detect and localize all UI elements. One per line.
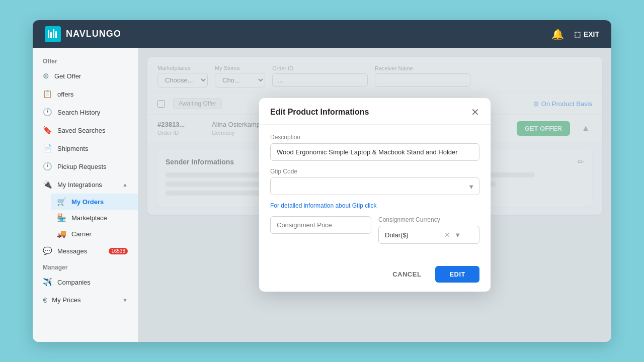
messages-badge: 16538 <box>109 248 128 254</box>
sidebar-item-saved-searches[interactable]: 🔖 Saved Searches <box>33 121 138 139</box>
description-input[interactable] <box>270 143 479 161</box>
sidebar-label-get-offer: Get Offer <box>54 72 81 80</box>
modal-footer: CANCEL EDIT <box>259 260 491 292</box>
svg-rect-1 <box>48 30 49 38</box>
messages-icon: 💬 <box>43 246 52 255</box>
sidebar-item-my-orders[interactable]: 🛒 My Orders <box>51 194 138 210</box>
svg-rect-4 <box>55 31 57 38</box>
exit-icon: ⬚ <box>574 30 581 38</box>
sidebar-item-get-offer[interactable]: ⊕ Get Offer <box>33 67 138 85</box>
sidebar-sub-integrations: 🛒 My Orders 🏪 Marketplace 🚚 Carrier <box>33 194 138 242</box>
sidebar-section-manager: Manager <box>33 260 138 273</box>
orders-icon: 🛒 <box>57 197 66 206</box>
currency-clear-button[interactable]: ✕ <box>444 231 450 239</box>
grip-code-select[interactable] <box>270 177 479 195</box>
sidebar-label-marketplace: Marketplace <box>71 214 107 222</box>
edit-confirm-button[interactable]: EDIT <box>435 266 479 283</box>
sidebar-item-my-prices[interactable]: € My Prices ▼ <box>33 291 138 309</box>
sidebar-item-companies[interactable]: ✈️ Companies <box>33 273 138 291</box>
app-header: NAVLUNGO 🔔 ⬚ EXIT <box>33 20 611 48</box>
grip-code-select-wrap: ▼ <box>270 177 479 195</box>
carrier-icon: 🚚 <box>57 229 66 238</box>
logo-icon <box>45 26 61 42</box>
modal-body: Description Gtip Code ▼ <box>259 125 491 260</box>
sidebar-label-saved-searches: Saved Searches <box>57 127 105 134</box>
sidebar-label-integrations: My Integrations <box>57 181 102 189</box>
price-currency-row: Consignment Currency Dolar($) ✕ ▼ <box>270 216 479 251</box>
notification-icon[interactable]: 🔔 <box>551 28 564 40</box>
sidebar-item-shipments[interactable]: 📄 Shipments <box>33 139 138 157</box>
currency-label: Consignment Currency <box>378 216 479 223</box>
sidebar-section-offer: Offer <box>33 54 138 67</box>
bookmark-icon: 🔖 <box>43 126 52 135</box>
app-body: Offer ⊕ Get Offer 📋 offers 🕐 Search Hist… <box>33 48 611 342</box>
offers-icon: 📋 <box>43 89 52 99</box>
sidebar-item-integrations[interactable]: 🔌 My Integrations ▲ <box>33 175 138 194</box>
sidebar-label-carrier: Carrier <box>71 230 92 238</box>
description-group: Description <box>270 134 479 161</box>
sidebar-item-my-offers[interactable]: 📋 offers <box>33 85 138 103</box>
exit-button[interactable]: ⬚ EXIT <box>574 30 599 38</box>
sidebar-label-my-offers: offers <box>57 90 73 98</box>
modal-overlay: Edit Product Informations ✕ Description … <box>138 48 611 342</box>
sidebar-item-marketplace[interactable]: 🏪 Marketplace <box>51 210 138 226</box>
main-content: Marketplaces Choose... My Stores Cho... … <box>138 48 611 342</box>
shipments-icon: 📄 <box>43 144 52 153</box>
consignment-price-input[interactable] <box>270 216 371 234</box>
currency-select-box[interactable]: Dolar($) ✕ ▼ <box>378 226 479 244</box>
sidebar-item-pickup[interactable]: 🕐 Pickup Requests <box>33 157 138 175</box>
companies-icon: ✈️ <box>43 278 52 287</box>
prices-icon: € <box>43 296 47 304</box>
sidebar-label-my-prices: My Prices <box>52 296 80 304</box>
sidebar-label-pickup: Pickup Requests <box>57 163 107 170</box>
modal-title: Edit Product Informations <box>270 108 369 117</box>
currency-value: Dolar($) <box>385 231 409 239</box>
chevron-down-icon: ▼ <box>122 297 128 303</box>
grip-hint-link[interactable]: click <box>365 202 376 209</box>
sidebar-label-companies: Companies <box>57 279 91 286</box>
description-label: Description <box>270 134 479 141</box>
sidebar-label-shipments: Shipments <box>57 145 88 152</box>
grip-code-group: Gtip Code ▼ <box>270 168 479 195</box>
add-icon: ⊕ <box>43 71 49 80</box>
modal-header: Edit Product Informations ✕ <box>259 98 491 125</box>
sidebar-item-carrier[interactable]: 🚚 Carrier <box>51 226 138 242</box>
integrations-icon: 🔌 <box>43 180 52 189</box>
sidebar: Offer ⊕ Get Offer 📋 offers 🕐 Search Hist… <box>33 48 138 342</box>
app-name: NAVLUNGO <box>66 29 121 39</box>
grip-hint: For detailed information about Gtip clic… <box>270 202 479 209</box>
sidebar-label-messages: Messages <box>57 247 87 255</box>
sidebar-item-search-history[interactable]: 🕐 Search History <box>33 103 138 121</box>
currency-chevron-icon: ▼ <box>454 231 461 239</box>
sidebar-label-search-history: Search History <box>57 109 100 116</box>
marketplace-icon: 🏪 <box>57 213 66 222</box>
sidebar-label-my-orders: My Orders <box>71 198 104 206</box>
cancel-button[interactable]: CANCEL <box>384 266 429 282</box>
sidebar-item-messages[interactable]: 💬 Messages 16538 <box>33 242 138 260</box>
consignment-currency-group: Consignment Currency Dolar($) ✕ ▼ <box>378 216 479 244</box>
modal-close-button[interactable]: ✕ <box>471 107 479 117</box>
pickup-icon: 🕐 <box>43 162 52 171</box>
grip-code-label: Gtip Code <box>270 168 479 175</box>
svg-rect-2 <box>50 32 52 38</box>
edit-product-modal: Edit Product Informations ✕ Description … <box>259 98 491 292</box>
header-right: 🔔 ⬚ EXIT <box>551 28 599 40</box>
chevron-up-icon: ▲ <box>122 182 128 188</box>
consignment-price-group <box>270 216 371 244</box>
logo-area: NAVLUNGO <box>45 26 121 42</box>
history-icon: 🕐 <box>43 108 52 117</box>
svg-rect-3 <box>53 29 54 38</box>
